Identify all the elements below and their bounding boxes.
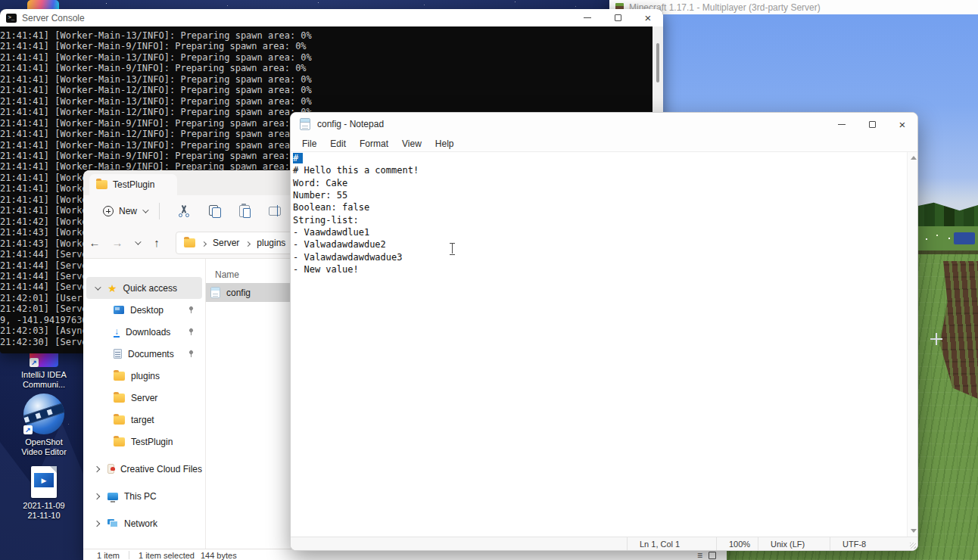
notepad-statusbar: Ln 1, Col 1 100% Unix (LF) UTF-8 <box>291 537 917 550</box>
file-name: config <box>226 288 251 298</box>
notepad-line-selected: # <box>293 152 907 164</box>
sidebar-item-plugins[interactable]: plugins <box>86 365 202 387</box>
back-button[interactable]: ← <box>83 236 106 249</box>
cmd-icon: >_ <box>6 14 17 23</box>
folder-icon <box>114 437 125 446</box>
console-log-line: 21:41:41] [Worker-Main-9/INFO]: Preparin… <box>0 41 653 51</box>
sidebar-item-network[interactable]: Network <box>86 512 202 534</box>
notepad-line: Boolean: false <box>293 201 907 213</box>
sidebar-item-label: Desktop <box>130 305 164 316</box>
explorer-tab-testplugin[interactable]: TestPlugin <box>89 174 177 195</box>
scroll-down-icon[interactable] <box>911 529 917 533</box>
chevron-down-icon <box>142 207 148 213</box>
cut-button[interactable] <box>169 199 199 223</box>
desktop-icon-label: 2021-11-09 <box>9 501 79 511</box>
sidebar-item-quick-access[interactable]: ★Quick access <box>86 277 202 299</box>
console-log-line: 21:41:41] [Worker-Main-12/INFO]: Prepari… <box>0 85 653 95</box>
sidebar-chevron[interactable] <box>92 521 101 526</box>
sidebar-item-documents[interactable]: Documents <box>86 343 202 365</box>
partial-desktop-icon <box>27 0 59 9</box>
large-icons-view-icon[interactable] <box>709 552 716 559</box>
shortcut-arrow-icon: ↗ <box>23 425 33 434</box>
openshot-icon: ↗ <box>23 394 64 434</box>
cut-icon <box>178 205 190 217</box>
sidebar-item-label: Network <box>124 518 157 529</box>
console-minimize-button[interactable] <box>572 9 603 26</box>
notepad-line: # Hello this a comment! <box>293 164 907 176</box>
notepad-line: - Valwadawdawdue2 <box>293 238 907 250</box>
sidebar-item-this-pc[interactable]: This PC <box>86 485 202 507</box>
notepad-menubar: FileEditFormatViewHelp <box>291 135 917 152</box>
up-button[interactable]: ↑ <box>145 236 168 249</box>
chevron-right-icon <box>94 493 100 499</box>
recent-locations-button[interactable] <box>129 241 145 245</box>
sidebar-item-label: plugins <box>131 371 160 381</box>
console-scrollbar-thumb[interactable] <box>656 43 659 82</box>
sidebar-chevron[interactable] <box>92 286 101 291</box>
console-log-line: 21:41:41] [Worker-Main-13/INFO]: Prepari… <box>0 74 653 85</box>
desktop-icon-label: Communi... <box>9 380 79 390</box>
chevron-right-icon <box>94 465 100 471</box>
sidebar-chevron[interactable] <box>92 494 101 499</box>
minecraft-water <box>954 232 975 244</box>
menu-view[interactable]: View <box>395 137 428 151</box>
sidebar-item-testplugin[interactable]: TestPlugin <box>86 431 202 453</box>
resize-grip[interactable] <box>910 543 916 549</box>
notepad-line: Word: Cake <box>293 177 907 189</box>
forward-button[interactable]: → <box>106 236 129 249</box>
console-maximize-button[interactable] <box>603 9 633 26</box>
paste-button[interactable] <box>229 199 260 223</box>
documents-icon <box>114 349 122 359</box>
sidebar-chevron[interactable] <box>92 467 101 471</box>
notepad-line: Number: 55 <box>293 189 907 201</box>
rename-button[interactable] <box>260 199 290 223</box>
wallpaper-stars <box>0 0 1 1</box>
console-log-line: 21:41:41] [Worker-Main-13/INFO]: Prepari… <box>0 52 653 63</box>
notepad-text-area[interactable]: # # Hello this a comment!Word: CakeNumbe… <box>291 152 907 537</box>
console-close-button[interactable]: × <box>633 9 663 26</box>
film-strip-icon <box>23 401 64 427</box>
breadcrumb-segment[interactable]: Server <box>213 238 239 248</box>
menu-edit[interactable]: Edit <box>323 137 353 151</box>
shortcut-arrow-icon: ↗ <box>30 358 39 367</box>
menu-format[interactable]: Format <box>353 137 395 151</box>
console-window-controls: × <box>572 9 663 26</box>
notepad-icon <box>300 118 310 130</box>
details-view-icon[interactable]: ≡ <box>697 550 702 560</box>
video-file-icon: ▶ <box>31 466 57 498</box>
breadcrumb-folder-icon <box>184 238 195 247</box>
sidebar-item-downloads[interactable]: ↓Downloads <box>86 321 202 343</box>
sidebar-item-label: target <box>131 415 154 425</box>
sidebar-item-server[interactable]: Server <box>86 387 202 409</box>
status-divider <box>129 551 129 559</box>
notepad-close-button[interactable]: × <box>887 113 917 135</box>
notepad-minimize-button[interactable] <box>827 113 857 135</box>
notepad-scrollbar[interactable] <box>907 152 917 537</box>
sidebar-item-label: This PC <box>124 491 157 502</box>
notepad-titlebar: config - Notepad × <box>291 113 917 135</box>
sidebar-item-creative-cloud-files[interactable]: Creative Cloud Files <box>86 458 202 480</box>
notepad-line: String-list: <box>293 214 907 226</box>
text-file-icon <box>210 287 220 298</box>
folder-icon <box>114 415 125 425</box>
encoding: UTF-8 <box>830 537 917 550</box>
desktop-icon-openshot[interactable]: ↗OpenShotVideo Editor <box>9 394 79 457</box>
menu-file[interactable]: File <box>295 137 323 151</box>
pin-icon <box>188 306 195 313</box>
line-ending: Unix (LF) <box>758 537 830 550</box>
selection-size: 144 bytes <box>201 551 237 560</box>
notepad-maximize-button[interactable] <box>857 113 887 135</box>
notepad-window-title: config - Notepad <box>317 119 827 129</box>
menu-help[interactable]: Help <box>428 137 461 151</box>
sidebar-item-label: TestPlugin <box>131 437 173 447</box>
sidebar-item-desktop[interactable]: Desktop <box>86 299 202 321</box>
screen: ↗IntelliJ IDEACommuni...↗OpenShotVideo E… <box>0 0 978 560</box>
rename-icon <box>269 207 281 216</box>
sidebar-item-target[interactable]: target <box>86 409 202 431</box>
desktop-icon-video[interactable]: ▶2021-11-0921-11-10 <box>9 466 79 521</box>
breadcrumb-segment[interactable]: plugins <box>257 238 285 248</box>
item-count: 1 item <box>97 551 120 560</box>
new-button[interactable]: New <box>97 202 153 220</box>
scroll-up-icon[interactable] <box>911 156 917 160</box>
copy-button[interactable] <box>199 199 229 223</box>
